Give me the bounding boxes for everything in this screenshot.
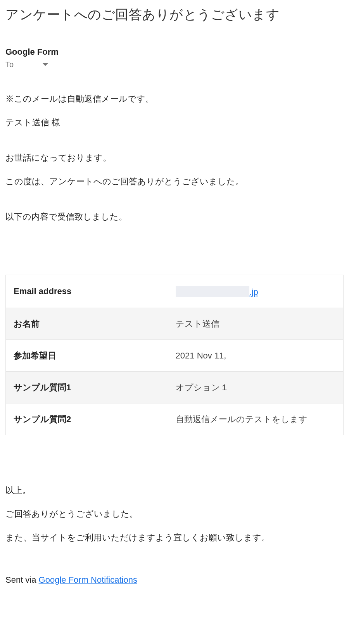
table-row-label: サンプル質問2 <box>6 403 168 435</box>
table-row-label: サンプル質問1 <box>6 371 168 403</box>
email-body: ※このメールは自動返信メールです。 テスト送信 様 お世話になっております。 こ… <box>5 92 344 544</box>
sent-via-footer: Sent via Google Form Notifications <box>5 575 344 585</box>
email-link[interactable]: .jp <box>249 287 258 297</box>
response-table: Email address.jpお名前テスト送信参加希望日2021 Nov 11… <box>5 275 344 435</box>
redacted-email-box <box>176 286 249 297</box>
table-row: 参加希望日2021 Nov 11, <box>6 339 344 371</box>
greeting: お世話になっております。 <box>5 151 344 164</box>
closing-3: また、当サイトをご利用いただけますよう宜しくお願い致します。 <box>5 531 344 544</box>
to-row[interactable]: To <box>5 60 344 69</box>
chevron-down-icon[interactable] <box>42 63 48 67</box>
table-row-value: .jp <box>168 275 344 308</box>
table-row: Email address.jp <box>6 275 344 308</box>
email-subject: アンケートへのご回答ありがとうございます <box>5 6 344 24</box>
auto-reply-note: ※このメールは自動返信メールです。 <box>5 92 344 105</box>
sender-name: Google Form <box>5 47 344 57</box>
table-row: サンプル質問1オプション１ <box>6 371 344 403</box>
table-row-value: オプション１ <box>168 371 344 403</box>
table-row-value: テスト送信 <box>168 308 344 339</box>
received-line: 以下の内容で受信致しました。 <box>5 210 344 223</box>
table-row-label: お名前 <box>6 308 168 339</box>
table-row: サンプル質問2自動返信メールのテストをします <box>6 403 344 435</box>
salutation: テスト送信 様 <box>5 116 344 129</box>
notifications-link[interactable]: Google Form Notifications <box>39 575 137 585</box>
closing-1: 以上。 <box>5 484 344 497</box>
table-row: お名前テスト送信 <box>6 308 344 339</box>
thanks-line: この度は、アンケートへのご回答ありがとうございました。 <box>5 175 344 188</box>
to-label: To <box>5 60 14 69</box>
table-row-label: Email address <box>6 275 168 308</box>
closing-2: ご回答ありがとうございました。 <box>5 507 344 520</box>
response-table-body: Email address.jpお名前テスト送信参加希望日2021 Nov 11… <box>6 275 344 435</box>
table-row-label: 参加希望日 <box>6 339 168 371</box>
table-row-value: 自動返信メールのテストをします <box>168 403 344 435</box>
sent-via-prefix: Sent via <box>5 575 39 585</box>
table-row-value: 2021 Nov 11, <box>168 339 344 371</box>
